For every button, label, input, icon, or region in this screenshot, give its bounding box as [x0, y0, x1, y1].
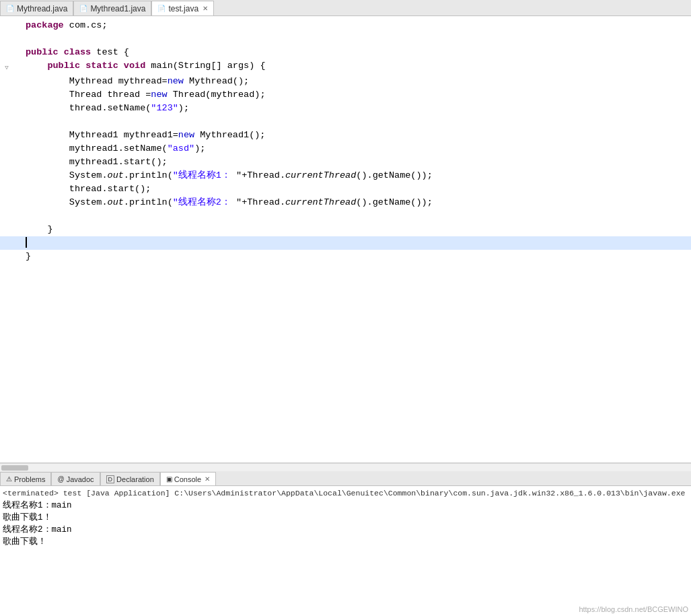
code-line-cursor	[0, 236, 691, 250]
code-line: thread.setName("123");	[0, 102, 691, 115]
tab-console-label: Console	[174, 475, 201, 483]
code-text: mythread1.start();	[23, 156, 691, 169]
line-arrow	[13, 250, 23, 263]
line-gutter	[0, 102, 13, 115]
java-file-icon: 📄	[157, 5, 166, 12]
code-line: ▽ public static void main(String[] args)…	[0, 59, 691, 75]
console-output-line-3: 线程名称2：main	[3, 524, 688, 536]
code-line: System.out.println("线程名称1： "+Thread.curr…	[0, 169, 691, 182]
tab-label: Mythread1.java	[90, 4, 145, 13]
bottom-panel: ⚠ Problems @ Javadoc D Declaration ▣ Con…	[0, 471, 691, 616]
line-gutter	[0, 223, 13, 236]
line-arrow	[13, 102, 23, 115]
tab-label: test.java	[168, 4, 198, 13]
tab-javadoc[interactable]: @ Javadoc	[51, 472, 100, 485]
code-line: }	[0, 223, 691, 236]
line-arrow	[13, 32, 23, 46]
line-arrow	[13, 156, 23, 169]
line-arrow	[13, 169, 23, 182]
code-text: System.out.println("线程名称2： "+Thread.curr…	[23, 196, 691, 209]
code-text: System.out.println("线程名称1： "+Thread.curr…	[23, 169, 691, 182]
code-line: Thread thread =new Thread(mythread);	[0, 88, 691, 102]
code-text: Mythread1 mythread1=new Mythread1();	[23, 129, 691, 142]
line-arrow	[13, 129, 23, 142]
code-line	[0, 32, 691, 46]
tab-problems[interactable]: ⚠ Problems	[0, 472, 51, 485]
tab-mythread[interactable]: 📄 Mythread.java	[0, 1, 73, 15]
code-line: }	[0, 250, 691, 263]
tab-test[interactable]: 📄 test.java ✕	[151, 1, 214, 15]
code-line	[0, 209, 691, 223]
line-arrow	[13, 209, 23, 223]
line-gutter	[0, 182, 13, 196]
bottom-tab-bar: ⚠ Problems @ Javadoc D Declaration ▣ Con…	[0, 471, 691, 486]
code-text: package com.cs;	[23, 19, 691, 32]
line-gutter	[0, 156, 13, 169]
problems-icon: ⚠	[6, 475, 12, 483]
line-arrow	[13, 236, 23, 250]
code-text	[23, 115, 691, 129]
line-gutter	[0, 129, 13, 142]
code-line	[0, 115, 691, 129]
code-editor[interactable]: package com.cs; public class test { ▽ pu…	[0, 16, 691, 463]
line-arrow	[13, 46, 23, 59]
line-arrow	[13, 196, 23, 209]
line-gutter	[0, 209, 13, 223]
scrollbar-thumb[interactable]	[1, 465, 28, 471]
line-arrow	[13, 75, 23, 88]
code-line: mythread1.start();	[0, 156, 691, 169]
console-output-line-4: 歌曲下载！	[3, 536, 688, 548]
declaration-icon: D	[106, 475, 115, 483]
tab-declaration-label: Declaration	[116, 475, 154, 483]
code-line: thread.start();	[0, 182, 691, 196]
console-tab-close-icon[interactable]: ✕	[205, 475, 210, 483]
tab-mythread1[interactable]: 📄 Mythread1.java	[73, 1, 151, 15]
line-arrow	[13, 142, 23, 156]
console-output-line-2: 歌曲下载1！	[3, 512, 688, 524]
line-gutter	[0, 142, 13, 156]
code-text: }	[23, 250, 691, 263]
line-gutter	[0, 88, 13, 102]
javadoc-icon: @	[57, 475, 64, 483]
console-output-line-1: 线程名称1：main	[3, 500, 688, 512]
line-arrow	[13, 182, 23, 196]
collapse-arrow: ▽	[5, 65, 8, 71]
code-text	[23, 209, 691, 223]
code-text: }	[23, 223, 691, 236]
console-area[interactable]: <terminated> test [Java Application] C:\…	[0, 486, 691, 616]
code-text: thread.setName("123");	[23, 102, 691, 115]
code-line: package com.cs;	[0, 19, 691, 32]
code-text: Thread thread =new Thread(mythread);	[23, 88, 691, 102]
line-gutter	[0, 169, 13, 182]
tab-declaration[interactable]: D Declaration	[100, 472, 160, 485]
tab-javadoc-label: Javadoc	[67, 475, 94, 483]
line-gutter	[0, 46, 13, 59]
editor-scrollbar[interactable]	[0, 463, 691, 471]
tab-bar: 📄 Mythread.java 📄 Mythread1.java 📄 test.…	[0, 0, 691, 16]
code-text: thread.start();	[23, 182, 691, 196]
code-text: Mythread mythread=new Mythread();	[23, 75, 691, 88]
code-line: public class test {	[0, 46, 691, 59]
tab-problems-label: Problems	[14, 475, 45, 483]
line-arrow	[13, 115, 23, 129]
code-text	[23, 236, 691, 250]
line-arrow	[13, 59, 23, 75]
line-gutter	[0, 250, 13, 263]
tab-close-icon[interactable]: ✕	[203, 5, 208, 12]
code-line: Mythread1 mythread1=new Mythread1();	[0, 129, 691, 142]
line-gutter	[0, 75, 13, 88]
code-line: Mythread mythread=new Mythread();	[0, 75, 691, 88]
tab-console[interactable]: ▣ Console ✕	[160, 472, 216, 485]
code-line: mythread1.setName("asd");	[0, 142, 691, 156]
code-text: public static void main(String[] args) {	[23, 59, 691, 75]
line-gutter	[0, 32, 13, 46]
watermark: https://blog.csdn.net/BCGEWINO	[579, 605, 688, 613]
line-gutter	[0, 115, 13, 129]
tab-label: Mythread.java	[17, 4, 67, 13]
line-arrow	[13, 19, 23, 32]
code-text: mythread1.setName("asd");	[23, 142, 691, 156]
code-content: package com.cs; public class test { ▽ pu…	[0, 16, 691, 463]
code-text: public class test {	[23, 46, 691, 59]
code-text	[23, 32, 691, 46]
java-file-icon: 📄	[6, 5, 14, 12]
